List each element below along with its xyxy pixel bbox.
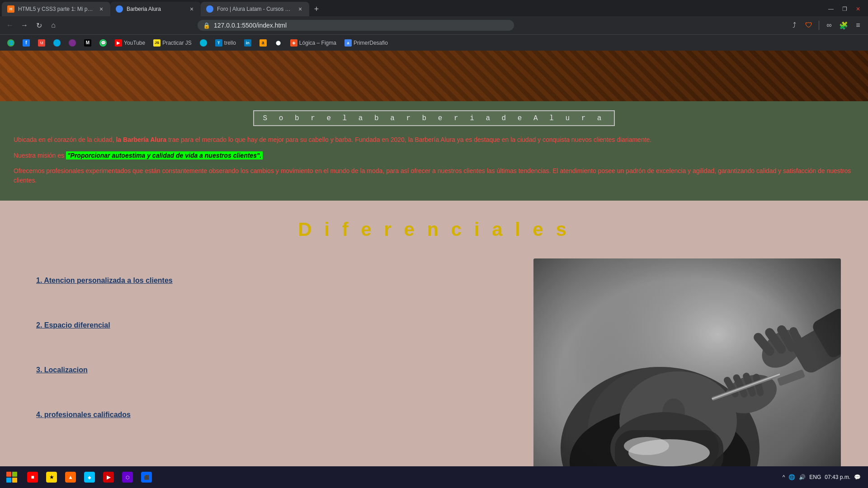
tab2-favicon [116, 5, 123, 13]
taskbar-time: 07:43 p.m. [825, 474, 850, 480]
bookmark-icon-wa: 💬 [99, 39, 107, 47]
taskbar-icon-3: ▲ [65, 472, 76, 483]
about-mission: Nuestra misión es "Proporcionar autoesti… [14, 152, 854, 159]
barber-image [533, 258, 841, 488]
bookmark-amazon[interactable]: a [256, 38, 270, 48]
tab1-title: HTML5 y CSS3 parte 1: Mi primera pá... [18, 6, 94, 12]
taskbar-item-6[interactable]: ⬡ [118, 468, 137, 486]
maximize-button[interactable]: ❐ [838, 3, 851, 15]
diferencial-link-2[interactable]: 2. Espacio diferencial [36, 321, 110, 329]
about-title-box: S o b r e l a b a r b e r i a d e A l u … [253, 110, 615, 126]
bookmark-linkedin[interactable]: in [241, 38, 255, 48]
tab2-title: Barberia Alura [127, 6, 184, 12]
taskbar-icon-5: ▶ [103, 472, 114, 483]
bookmark-icon-yt: ▶ [115, 39, 122, 47]
diferenciales-content: 1. Atencion personalizada a los clientes… [27, 258, 841, 488]
taskbar-icon-4: ◆ [84, 472, 95, 483]
mission-label: Nuestra misión es [14, 152, 66, 159]
diferencial-link-1[interactable]: 1. Atencion personalizada a los clientes [36, 277, 173, 284]
tab-1[interactable]: H HTML5 y CSS3 parte 1: Mi primera pá...… [2, 2, 110, 16]
taskbar-item-5[interactable]: ▶ [99, 468, 118, 486]
bookmark-icon-js: JS [153, 39, 160, 47]
bookmark-icon-trello: T [215, 39, 222, 47]
bookmark-icon-1: 🌐 [7, 39, 14, 47]
back-button[interactable]: ← [4, 19, 16, 32]
bookmark-trello[interactable]: T trello [212, 38, 240, 48]
diferenciales-section: D i f e r e n c i a l e s 1. Atencion pe… [0, 201, 868, 488]
about-text-plain: Ubicada en el corazón de la ciudad, [14, 136, 116, 143]
home-button[interactable]: ⌂ [47, 19, 60, 32]
taskbar-pinned-items: ■ ★ ▲ ◆ ▶ ⬡ ⬛ [22, 468, 777, 486]
bookmark-3[interactable] [50, 38, 64, 48]
refresh-button[interactable]: ↻ [33, 19, 45, 32]
start-button[interactable] [2, 467, 22, 487]
tab3-favicon [206, 5, 213, 13]
tab-3[interactable]: Foro | Alura Latam - Cursos online de...… [201, 2, 309, 16]
bookmark-github[interactable]: ⬤ [271, 38, 286, 48]
taskbar-network[interactable]: 🌐 [788, 474, 795, 480]
bookmark-youtube[interactable]: ▶ YouTube [111, 38, 149, 48]
tab3-title: Foro | Alura Latam - Cursos online de... [217, 6, 293, 12]
address-bar: ← → ↻ ⌂ 🔒 127.0.0.1:5500/index.html ⤴ 🛡 … [0, 16, 868, 34]
close-window-button[interactable]: ✕ [852, 3, 864, 15]
extensions-button[interactable]: ∞ [823, 19, 835, 32]
taskbar-notification[interactable]: 💬 [854, 474, 861, 480]
bookmark-5[interactable] [196, 38, 211, 48]
tab1-close[interactable]: × [98, 5, 105, 13]
bookmark-icon-medium: M [84, 39, 91, 47]
taskbar-item-7[interactable]: ⬛ [137, 468, 156, 486]
forward-button[interactable]: → [18, 19, 31, 32]
about-text-2: Ofrecemos profesionales experimentados q… [14, 166, 854, 185]
bookmark-4[interactable] [65, 38, 80, 48]
tab3-close[interactable]: × [297, 5, 304, 13]
bookmark-whatsapp[interactable]: 💬 [96, 38, 110, 48]
mission-highlight: "Proporcionar autoestima y calidad de vi… [66, 151, 263, 160]
about-text-1: Ubicada en el corazón de la ciudad, la B… [14, 135, 854, 145]
diferencial-item-1: 1. Atencion personalizada a los clientes [27, 258, 506, 303]
tab-2[interactable]: Barberia Alura × [110, 2, 201, 16]
diferenciales-title: D i f e r e n c i a l e s [27, 219, 841, 240]
tab2-close[interactable]: × [188, 5, 195, 13]
window-controls: — ❐ ✕ [825, 2, 868, 16]
taskbar-icon-2: ★ [46, 472, 57, 483]
bookmark-icon-alura: a [344, 39, 352, 47]
diferencial-item-4: 4. profesionales calificados [27, 393, 506, 437]
bookmark-label-youtube: YouTube [124, 40, 145, 46]
bookmark-alura[interactable]: a PrimerDesafio [341, 38, 392, 48]
bookmark-icon-4 [69, 39, 76, 47]
bookmark-facebook[interactable]: f [19, 38, 33, 48]
taskbar-item-1[interactable]: ■ [24, 468, 42, 486]
security-icon: 🔒 [203, 22, 210, 29]
minimize-button[interactable]: — [825, 3, 837, 15]
brave-shield[interactable]: 🛡 [802, 19, 815, 32]
about-section: S o b r e l a b a r b e r i a d e A l u … [0, 101, 868, 201]
bookmark-medium[interactable]: M [80, 38, 95, 48]
bookmark-gmail[interactable]: M [34, 38, 49, 48]
url-bar[interactable]: 🔒 127.0.0.1:5500/index.html [198, 20, 514, 31]
taskbar-item-2[interactable]: ★ [42, 468, 61, 486]
taskbar-tray: ^ 🌐 🔊 ENG 07:43 p.m. 💬 [777, 474, 866, 480]
taskbar-clock[interactable]: 07:43 p.m. [825, 474, 850, 480]
diferencial-link-4[interactable]: 4. profesionales calificados [36, 411, 131, 418]
taskbar-expand[interactable]: ^ [783, 474, 785, 480]
bookmark-label-js: Practicar JS [162, 40, 192, 46]
image-pattern [0, 51, 868, 101]
taskbar-icon-6: ⬡ [122, 472, 133, 483]
bookmark-icon-3 [53, 39, 61, 47]
share-button[interactable]: ⤴ [788, 19, 801, 32]
brave-menu[interactable]: ≡ [852, 19, 864, 32]
bookmark-label-figma: Lógica – Figma [299, 40, 336, 46]
taskbar-volume[interactable]: 🔊 [799, 474, 806, 480]
taskbar-icon-1: ■ [27, 472, 38, 483]
taskbar-item-3[interactable]: ▲ [61, 468, 80, 486]
bookmark-js[interactable]: JS Practicar JS [150, 38, 195, 48]
about-title: S o b r e l a b a r b e r i a d e A l u … [263, 114, 605, 122]
diferenciales-list: 1. Atencion personalizada a los clientes… [27, 258, 506, 488]
taskbar-item-4[interactable]: ◆ [80, 468, 99, 486]
bookmark-figma[interactable]: ◈ Lógica – Figma [287, 38, 340, 48]
new-tab-button[interactable]: + [309, 2, 324, 16]
diferencial-link-3[interactable]: 3. Localizacion [36, 366, 88, 374]
bookmark-site1[interactable]: 🌐 [4, 38, 18, 48]
extensions-puzzle[interactable]: 🧩 [837, 19, 850, 32]
bookmark-label-trello: trello [224, 40, 236, 46]
